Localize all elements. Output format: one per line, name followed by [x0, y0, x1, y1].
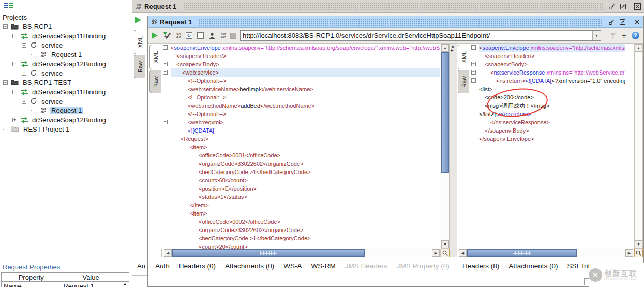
- editor-splitter[interactable]: ◀▶: [450, 44, 457, 257]
- scroll-left-icon[interactable]: ◀: [459, 249, 467, 257]
- tab-xml[interactable]: XML: [149, 45, 161, 69]
- soap-mini-icon[interactable]: SOAP: [220, 33, 226, 38]
- tab-xml[interactable]: XML: [134, 30, 145, 54]
- response-xml-editor[interactable]: <soapenv:Envelope xmlns:soapenv="http://…: [479, 44, 625, 249]
- response-hscroll-thumb[interactable]: [467, 249, 577, 257]
- collapse-icon[interactable]: −: [3, 80, 8, 85]
- endpoint-url-combobox[interactable]: http://localhost:8083/BS-RCP1.0/services…: [240, 30, 601, 41]
- inner-window-title: Request 1: [160, 18, 192, 26]
- fold-collapse-icon[interactable]: −: [163, 45, 168, 50]
- request-xml-editor[interactable]: <soapenv:Envelope xmlns:soapenv="http://…: [171, 44, 440, 249]
- fold-collapse-icon[interactable]: −: [163, 62, 168, 66]
- tab-ws-a[interactable]: WS-A: [283, 262, 302, 270]
- plus-icon[interactable]: +: [622, 32, 626, 39]
- restore-window-icon[interactable]: [608, 18, 616, 26]
- fold-collapse-icon[interactable]: −: [471, 70, 476, 75]
- tree-item-drservicesoap12binding[interactable]: +drServiceSoap12Binding: [0, 115, 131, 124]
- navigator-grid-icon[interactable]: [4, 3, 13, 8]
- submit-check-icon[interactable]: [163, 32, 171, 39]
- tab-attachments-0[interactable]: Attachments (0): [225, 262, 274, 270]
- outer-bottom-divider: [132, 275, 148, 276]
- tab-auth[interactable]: Auth: [155, 262, 170, 270]
- request-vertical-scrollbar[interactable]: ▲ ▼: [441, 44, 450, 249]
- tree-item-request-1[interactable]: SOAPRequest 1: [0, 106, 131, 115]
- property-row[interactable]: NameRequest 1▲: [2, 282, 129, 287]
- tab-raw[interactable]: Raw: [134, 55, 145, 78]
- play-icon[interactable]: [151, 32, 158, 39]
- maximize-window-icon[interactable]: [619, 18, 626, 26]
- collapse-icon[interactable]: −: [22, 99, 26, 104]
- collapse-icon[interactable]: −: [12, 62, 17, 66]
- scroll-up-icon[interactable]: ▲: [121, 282, 129, 287]
- scroll-right-icon[interactable]: ▶: [625, 249, 633, 257]
- person-icon[interactable]: [208, 32, 216, 39]
- expand-icon[interactable]: +: [12, 118, 17, 122]
- request-properties-title: Request Properties: [0, 261, 131, 272]
- fold-collapse-icon[interactable]: −: [471, 62, 476, 66]
- scroll-down-icon[interactable]: ▼: [441, 240, 449, 248]
- code-line: <Request>: [171, 135, 440, 143]
- recreate-icon[interactable]: ↻: [186, 32, 192, 39]
- magnifier-icon[interactable]: [634, 249, 643, 257]
- response-vertical-scrollbar[interactable]: ▲ ▼: [634, 44, 643, 249]
- tree-item-bs-rcp1[interactable]: −BS-RCP1: [0, 22, 131, 31]
- soap-mini-icon[interactable]: SOAP: [176, 33, 181, 38]
- endpoint-dropdown-arrow-icon[interactable]: ▼: [592, 31, 601, 40]
- endpoint-url-value[interactable]: http://localhost:8083/BS-RCP1.0/services…: [241, 31, 592, 40]
- tree-item-service[interactable]: +service: [0, 68, 131, 78]
- outer-window-titlebar[interactable]: SOAP Request 1: [132, 0, 644, 13]
- fold-collapse-icon[interactable]: −: [163, 70, 168, 75]
- tab-jms-headers[interactable]: JMS Headers: [345, 262, 387, 270]
- tree-item-service[interactable]: −service: [0, 40, 131, 50]
- splitter-collapse-icons[interactable]: ◀▶: [451, 45, 454, 52]
- gray-square-icon[interactable]: [230, 33, 236, 39]
- expand-icon[interactable]: +: [22, 71, 26, 76]
- tree-item-request-1[interactable]: SOAPRequest 1: [0, 50, 131, 59]
- tree-item-bs-rcp1-test[interactable]: −BS-RCP1-TEST: [0, 78, 131, 87]
- response-horizontal-scrollbar[interactable]: ◀ ▶: [458, 249, 634, 257]
- maximize-window-icon[interactable]: [619, 3, 627, 10]
- scroll-up-icon[interactable]: ▲: [635, 44, 642, 52]
- collapse-icon[interactable]: −: [12, 34, 17, 38]
- property-value-cell[interactable]: Request 1: [61, 282, 121, 287]
- tab-headers-0[interactable]: Headers (0): [179, 262, 216, 270]
- code-line: <status>1</status>: [171, 193, 440, 201]
- code-line: <soapenv:Body>: [479, 60, 625, 68]
- request-hscroll-thumb[interactable]: [172, 249, 365, 257]
- collapse-icon[interactable]: −: [12, 90, 17, 94]
- close-window-icon[interactable]: [634, 3, 641, 10]
- tree-item-drservicesoap11binding[interactable]: −drServiceSoap11Binding: [0, 87, 131, 96]
- scroll-right-icon[interactable]: ▶: [432, 249, 440, 257]
- scroll-down-icon[interactable]: ▼: [635, 240, 642, 248]
- tab-attachments-0[interactable]: Attachments (0): [508, 262, 558, 270]
- tab-headers-8[interactable]: Headers (8): [462, 262, 499, 270]
- request-horizontal-scrollbar[interactable]: ◀ ▶: [161, 249, 441, 257]
- tab-ws-rm[interactable]: WS-RM: [311, 262, 336, 270]
- tree-item-service[interactable]: −service: [0, 96, 131, 106]
- collapse-icon[interactable]: −: [22, 43, 26, 48]
- inner-window-titlebar[interactable]: SOAP Request 1: [148, 16, 643, 28]
- magnifier-icon[interactable]: [441, 249, 450, 257]
- tab-xml[interactable]: XML: [458, 45, 469, 69]
- code-line: <officeCode>0001</officeCode>: [171, 151, 440, 160]
- collapse-icon[interactable]: −: [3, 24, 8, 29]
- close-window-icon[interactable]: [633, 18, 641, 26]
- tab-jms-property-0[interactable]: JMS Property (0): [397, 262, 450, 270]
- scroll-left-icon[interactable]: ◀: [164, 249, 172, 257]
- restore-window-icon[interactable]: [608, 3, 616, 10]
- scroll-up-icon[interactable]: ▲: [441, 44, 449, 52]
- tab-raw[interactable]: Raw: [149, 70, 161, 93]
- tab-raw[interactable]: Raw: [458, 70, 469, 93]
- tree-item-drservicesoap11binding[interactable]: −drServiceSoap11Binding: [0, 31, 131, 40]
- funnel-icon[interactable]: [609, 32, 617, 39]
- outer-play-icon[interactable]: [134, 16, 142, 24]
- fold-collapse-icon[interactable]: −: [163, 120, 168, 124]
- tree-item-rest-project-1[interactable]: REST Project 1: [0, 124, 131, 134]
- tree-item-drservicesoap12binding[interactable]: −drServiceSoap12Binding: [0, 59, 131, 68]
- help-icon[interactable]: ?: [632, 32, 639, 39]
- fold-collapse-icon[interactable]: −: [471, 78, 476, 83]
- outer-auth-tab-partial[interactable]: Au: [137, 262, 145, 270]
- request-vscroll-thumb[interactable]: [441, 52, 449, 173]
- empty-square-icon[interactable]: [197, 32, 204, 39]
- fold-collapse-icon[interactable]: −: [471, 45, 476, 50]
